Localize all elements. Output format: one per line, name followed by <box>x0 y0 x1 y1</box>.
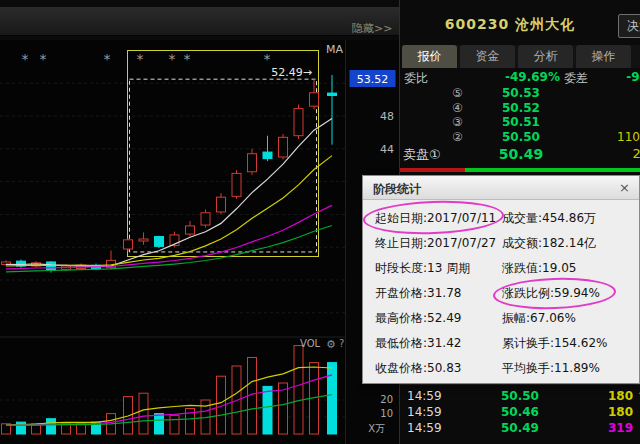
trade-time: 14:59 <box>407 405 442 419</box>
ask-row-1: 卖盘①50.4924 <box>400 146 640 166</box>
ask-row-3: ③50.51 <box>400 115 640 129</box>
volume-bar <box>248 358 257 435</box>
candlestick <box>201 213 210 225</box>
candlestick <box>92 265 101 268</box>
volume-unit-label: X万 <box>368 423 385 434</box>
stat-row: 终止日期:2017/07/27成交额:182.14亿 <box>363 231 639 256</box>
stat-row: 时段长度:13 周期涨跌值:19.05 <box>363 256 639 281</box>
volume-bar <box>186 409 195 435</box>
stat-right: 涨跌值:19.05 <box>502 260 576 277</box>
candlestick <box>2 262 11 264</box>
stat-left: 最高价格:52.49 <box>375 310 461 327</box>
ask-level-num: ③ <box>452 115 463 129</box>
volume-bar <box>294 346 303 434</box>
weibi-value: -49.69% <box>460 70 560 84</box>
tab-资金[interactable]: 资金 <box>460 45 515 68</box>
stat-row: 起始日期:2017/07/11成交量:454.86万 <box>363 206 639 231</box>
tab-分析[interactable]: 分析 <box>518 45 573 68</box>
stat-row: 开盘价格:31.78涨跌比例:59.94% <box>363 281 639 306</box>
stat-row: 最高价格:52.49振幅:67.06% <box>363 306 639 331</box>
volume-bar <box>232 366 241 434</box>
high-price-label: 52.49→ <box>271 66 312 79</box>
decision-matrix-button[interactable]: 决策矩阵 <box>618 14 640 38</box>
weibi-label: 委比 <box>404 70 428 87</box>
volume-bar <box>2 424 11 434</box>
candlestick <box>62 266 71 269</box>
stat-left: 起始日期:2017/07/11 <box>375 210 496 227</box>
stat-left: 收盘价格:50.83 <box>375 360 461 377</box>
dialog-header[interactable]: 阶段统计 × <box>363 176 639 200</box>
stat-left: 时段长度:13 周期 <box>375 260 470 277</box>
weicha-label: 委差 <box>564 70 588 87</box>
volume-bar <box>124 397 133 434</box>
ask-row-2: ②50.50110 <box>400 130 640 144</box>
ask-level-price: 50.50 <box>478 130 564 144</box>
tab-报价[interactable]: 报价 <box>402 45 457 68</box>
ask-row-4: ④50.52 <box>400 101 640 115</box>
star-marker: * <box>264 51 271 67</box>
trade-row: 14:5950.46180 <box>400 405 640 420</box>
candlestick <box>217 197 226 212</box>
stat-right: 振幅:67.06% <box>502 310 576 327</box>
close-icon[interactable]: × <box>619 180 630 195</box>
star-marker: * <box>104 51 111 67</box>
weibi-row: 委比 -49.69% 委差 -93 <box>400 70 640 85</box>
trade-price: 50.49 <box>470 421 570 435</box>
volume-bar <box>139 393 148 434</box>
candlestick <box>232 173 241 196</box>
star-marker: * <box>137 51 144 67</box>
chart-background <box>0 40 345 444</box>
dialog-title: 阶段统计 <box>373 181 421 198</box>
volume-bar <box>201 400 210 434</box>
candlestick <box>186 226 195 234</box>
candlestick <box>32 263 41 266</box>
volume-bar <box>17 422 26 434</box>
stat-left: 终止日期:2017/07/27 <box>375 235 496 252</box>
volume-bar <box>155 414 164 434</box>
volume-bar <box>170 415 179 434</box>
volume-ma-line-5 <box>6 367 332 425</box>
ask-row-5: ⑤50.53 <box>400 86 640 100</box>
trade-time: 14:59 <box>407 421 442 435</box>
gear-icon[interactable]: ⚙ <box>326 338 336 351</box>
trade-volume: 180 <box>573 389 633 403</box>
help-icon[interactable]: ? <box>339 338 344 349</box>
volume-bar <box>77 424 86 434</box>
stock-title: 600230 沧州大化 <box>406 16 614 36</box>
candlestick <box>279 137 288 157</box>
ask-level-num: ④ <box>452 101 463 115</box>
tab-操作[interactable]: 操作 <box>576 45 631 68</box>
stat-left: 最低价格:31.42 <box>375 335 461 352</box>
volume-bar <box>217 376 226 434</box>
crosshair-price-value: 53.52 <box>357 73 389 86</box>
stat-right: 成交量:454.86万 <box>502 210 596 227</box>
stat-right: 成交额:182.14亿 <box>502 235 596 252</box>
ask-level-num: ② <box>452 130 463 144</box>
selection-box <box>128 51 319 257</box>
volume-bar <box>310 363 319 434</box>
candlestick <box>155 237 164 247</box>
ma-line-10 <box>6 156 332 266</box>
trade-price: 50.50 <box>470 389 570 403</box>
price-tick: 44 <box>380 143 394 156</box>
candlestick <box>124 240 133 249</box>
bid-ratio-segment <box>465 168 640 172</box>
stat-right: 累计换手:154.62% <box>502 335 607 352</box>
high-low-dashed-box <box>130 79 317 252</box>
ma-label: MA <box>326 43 343 56</box>
hide-panel-button[interactable]: 隐藏>> <box>352 21 392 36</box>
candlestick <box>17 261 26 266</box>
candlestick <box>248 154 257 172</box>
stat-right: 平均换手:11.89% <box>502 360 600 377</box>
period-stats-dialog: 阶段统计 × 起始日期:2017/07/11成交量:454.86万终止日期:20… <box>362 175 640 384</box>
candlestick <box>328 93 337 95</box>
trade-direction-icon: ↑ <box>636 389 640 403</box>
volume-bar <box>32 424 41 434</box>
trade-price: 50.46 <box>470 405 570 419</box>
candlestick <box>263 152 272 159</box>
star-marker: * <box>22 51 29 67</box>
volume-tick: 20 <box>380 394 393 405</box>
volume-ma-line-10 <box>6 375 332 426</box>
star-marker: * <box>40 51 47 67</box>
ask-ratio-segment <box>400 168 465 172</box>
